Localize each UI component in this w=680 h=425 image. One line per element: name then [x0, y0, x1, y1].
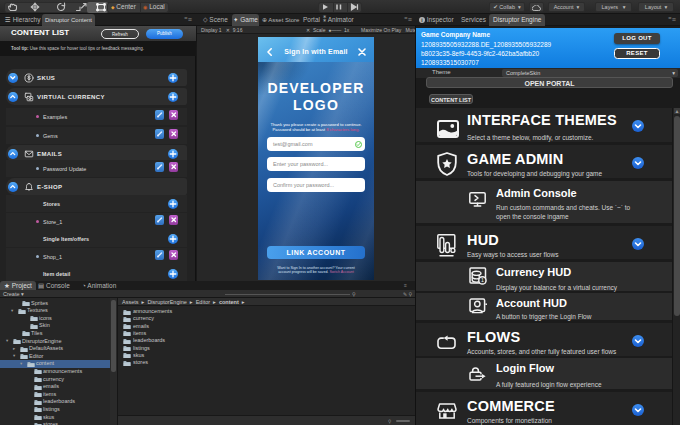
svg-text:1: 1: [481, 277, 484, 283]
